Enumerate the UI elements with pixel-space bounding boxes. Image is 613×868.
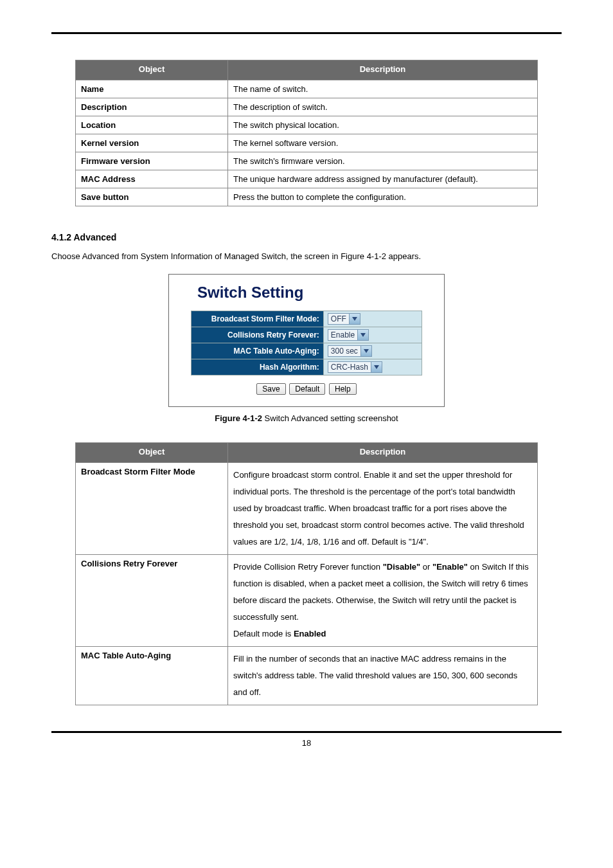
desc-bold-enable: "Enable" (432, 562, 468, 572)
desc-cell: The unique hardware address assigned by … (228, 170, 538, 188)
hash-algorithm-select[interactable]: CRC-Hash (328, 361, 382, 373)
select-value: OFF (328, 314, 349, 323)
help-button[interactable]: Help (329, 383, 357, 395)
desc-text: Configure broadcast storm control. Enabl… (233, 470, 524, 547)
select-value: Enable (328, 330, 357, 339)
form-label: Hash Algorithm: (191, 359, 324, 375)
desc-text: Fill in the number of seconds that an in… (233, 654, 517, 697)
form-value-cell: CRC-Hash (323, 359, 422, 375)
table-row: Description The description of switch. (76, 98, 538, 116)
chevron-down-icon (371, 362, 382, 372)
object-cell: Collisions Retry Forever (76, 554, 228, 646)
chevron-down-icon (357, 330, 368, 340)
desc-cell: The switch's firmware version. (228, 152, 538, 170)
form-value-cell: Enable (323, 327, 422, 343)
table-row: Collisions Retry Forever Provide Collisi… (76, 554, 538, 646)
screenshot-title: Switch Setting (178, 281, 435, 311)
caption-prefix: Figure 4-1-2 (215, 413, 262, 423)
screenshot-button-row: Save Default Help (178, 383, 435, 395)
object-cell: Save button (76, 188, 228, 206)
switch-setting-form: Broadcast Storm Filter Mode: OFF Collisi… (191, 311, 422, 375)
object-cell: Location (76, 116, 228, 134)
table-row: MAC Address The unique hardware address … (76, 170, 538, 188)
select-value: 300 sec (328, 347, 360, 356)
desc-cell: The description of switch. (228, 98, 538, 116)
select-value: CRC-Hash (328, 363, 371, 372)
desc-text-seg: Default mode is (233, 629, 294, 638)
object-cell: Kernel version (76, 134, 228, 152)
desc-bold-enabled: Enabled (294, 629, 326, 638)
form-label: Collisions Retry Forever: (191, 327, 324, 343)
desc-cell: Press the button to complete the configu… (228, 188, 538, 206)
figure-caption: Figure 4-1-2 Switch Advanced setting scr… (51, 413, 562, 423)
table-row: Name The name of switch. (76, 80, 538, 98)
mac-aging-select[interactable]: 300 sec (328, 345, 372, 357)
table2-header-object: Object (76, 442, 228, 462)
advanced-settings-table: Object Description Broadcast Storm Filte… (75, 442, 538, 705)
collisions-retry-select[interactable]: Enable (328, 329, 369, 341)
chevron-down-icon (360, 346, 371, 356)
caption-text: Switch Advanced setting screenshot (262, 413, 398, 423)
save-button[interactable]: Save (256, 383, 285, 395)
form-row: Broadcast Storm Filter Mode: OFF (191, 311, 422, 327)
desc-cell: The kernel software version. (228, 134, 538, 152)
desc-cell: The name of switch. (228, 80, 538, 98)
table2-header-desc: Description (228, 442, 538, 462)
section-heading-advanced: 4.1.2 Advanced (51, 232, 562, 242)
broadcast-storm-select[interactable]: OFF (328, 313, 360, 325)
form-row: Collisions Retry Forever: Enable (191, 327, 422, 343)
table-row: MAC Table Auto-Aging Fill in the number … (76, 646, 538, 705)
object-cell: Broadcast Storm Filter Mode (76, 462, 228, 554)
object-cell: MAC Address (76, 170, 228, 188)
desc-cell: Configure broadcast storm control. Enabl… (228, 462, 538, 554)
table1-header-object: Object (76, 60, 228, 80)
intro-paragraph: Choose Advanced from System Information … (51, 250, 562, 264)
table-row: Broadcast Storm Filter Mode Configure br… (76, 462, 538, 554)
desc-cell: The switch physical location. (228, 116, 538, 134)
object-cell: Description (76, 98, 228, 116)
desc-cell: Provide Collision Retry Forever function… (228, 554, 538, 646)
form-value-cell: OFF (323, 311, 422, 327)
form-value-cell: 300 sec (323, 343, 422, 359)
table-row: Location The switch physical location. (76, 116, 538, 134)
desc-bold-disable: "Disable" (383, 562, 421, 572)
chevron-down-icon (349, 314, 360, 324)
form-row: MAC Table Auto-Aging: 300 sec (191, 343, 422, 359)
table-row: Kernel version The kernel software versi… (76, 134, 538, 152)
object-cell: Firmware version (76, 152, 228, 170)
object-cell: Name (76, 80, 228, 98)
default-button[interactable]: Default (289, 383, 325, 395)
form-row: Hash Algorithm: CRC-Hash (191, 359, 422, 375)
table1-header-desc: Description (228, 60, 538, 80)
desc-cell: Fill in the number of seconds that an in… (228, 646, 538, 705)
object-cell: MAC Table Auto-Aging (76, 646, 228, 705)
desc-text-seg: Provide Collision Retry Forever function (233, 562, 383, 572)
form-label: Broadcast Storm Filter Mode: (191, 311, 324, 327)
top-rule (51, 32, 562, 34)
desc-text-seg: or (420, 562, 432, 572)
screenshot-switch-setting: Switch Setting Broadcast Storm Filter Mo… (168, 274, 445, 407)
page-number: 18 (51, 733, 562, 748)
basic-settings-table: Object Description Name The name of swit… (75, 60, 538, 206)
table-row: Save button Press the button to complete… (76, 188, 538, 206)
table-row: Firmware version The switch's firmware v… (76, 152, 538, 170)
form-label: MAC Table Auto-Aging: (191, 343, 324, 359)
